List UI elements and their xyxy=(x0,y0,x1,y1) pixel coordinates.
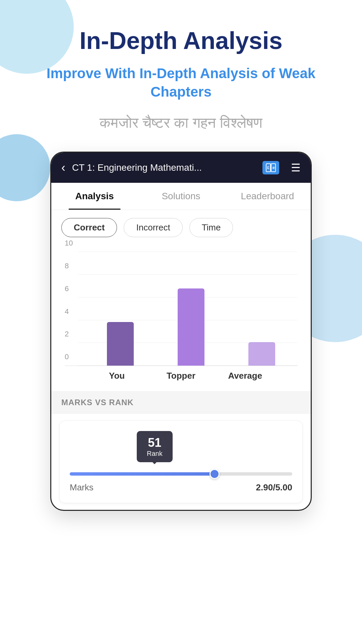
xlabel-average: Average xyxy=(225,371,265,381)
filter-incorrect[interactable]: Incorrect xyxy=(124,218,182,237)
ylabel-6: 6 xyxy=(65,284,69,293)
filter-correct[interactable]: Correct xyxy=(61,218,117,237)
slider-thumb[interactable] xyxy=(209,469,220,479)
phone-mockup: ‹ CT 1: Engineering Mathemati... E अ ☰ A… xyxy=(50,152,312,511)
bars-container xyxy=(85,252,297,366)
svg-text:E: E xyxy=(267,166,269,170)
header-title: CT 1: Engineering Mathemati... xyxy=(72,162,256,173)
main-title: In-Depth Analysis xyxy=(79,27,282,54)
filter-time[interactable]: Time xyxy=(189,218,233,237)
xlabel-you: You xyxy=(97,371,137,381)
bar-group-you xyxy=(107,322,134,366)
rank-sublabel: Rank xyxy=(147,450,163,458)
ylabel-8: 8 xyxy=(65,262,69,270)
tab-solutions[interactable]: Solutions xyxy=(138,183,224,210)
bar-group-average xyxy=(248,342,275,366)
app-header: ‹ CT 1: Engineering Mathemati... E अ ☰ xyxy=(51,153,311,183)
ylabel-2: 2 xyxy=(65,330,69,338)
chart-area: 10 8 6 4 2 0 xyxy=(51,245,311,391)
subtitle: Improve With In-Depth Analysis of Weak C… xyxy=(0,64,362,101)
xlabel-topper: Topper xyxy=(161,371,201,381)
svg-text:अ: अ xyxy=(272,166,275,170)
book-icon: E अ xyxy=(262,161,279,174)
slider-fill xyxy=(70,472,215,476)
ylabel-10: 10 xyxy=(65,239,73,248)
x-labels: You Topper Average xyxy=(65,366,297,381)
marks-vs-rank-title: MARKS VS RANK xyxy=(51,391,311,414)
filter-row: Correct Incorrect Time xyxy=(51,210,311,245)
marks-value: 2.90/5.00 xyxy=(256,482,292,493)
ylabel-4: 4 xyxy=(65,307,69,316)
ylabel-0: 0 xyxy=(65,353,69,361)
marks-row: Marks 2.90/5.00 xyxy=(70,482,292,493)
tab-analysis[interactable]: Analysis xyxy=(51,183,138,210)
tab-bar: Analysis Solutions Leaderboard xyxy=(51,183,311,210)
bar-average xyxy=(248,342,275,366)
marks-label: Marks xyxy=(70,482,94,493)
marks-slider-track[interactable] xyxy=(70,472,292,476)
hindi-text: कमजोर चैष्टर का गहन विश्लेषण xyxy=(100,114,262,131)
bar-you xyxy=(107,322,134,366)
chart-grid: 10 8 6 4 2 0 xyxy=(65,252,297,366)
tab-leaderboard[interactable]: Leaderboard xyxy=(224,183,311,210)
marks-rank-card: 51 Rank Marks 2.90/5.00 xyxy=(59,421,303,503)
rank-tooltip: 51 Rank xyxy=(137,431,173,462)
menu-icon[interactable]: ☰ xyxy=(291,161,301,174)
bar-group-topper xyxy=(178,288,204,366)
rank-value: 51 xyxy=(148,436,161,449)
bar-topper xyxy=(178,288,204,366)
back-button[interactable]: ‹ xyxy=(61,161,65,175)
